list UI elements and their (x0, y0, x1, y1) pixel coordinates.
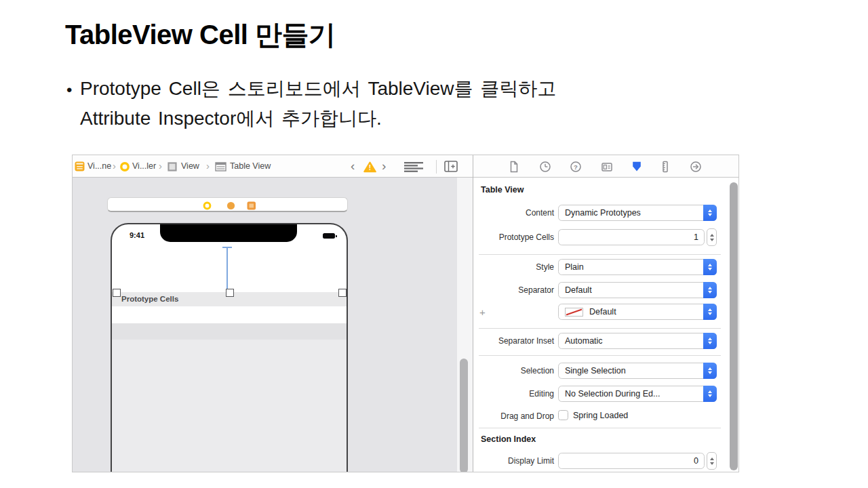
svg-text:?: ? (574, 163, 578, 171)
iphone-mockup[interactable]: 9:41 Prototype Cells (111, 223, 348, 472)
popup-arrows-icon (703, 205, 717, 221)
popup-arrows-icon (703, 386, 717, 402)
add-editor-icon[interactable] (444, 161, 458, 175)
separator-popup[interactable]: Default (558, 282, 717, 298)
history-inspector-icon[interactable] (539, 161, 551, 176)
breadcrumb-viewcontroller[interactable]: Vi...ler (132, 161, 156, 171)
first-responder-icon[interactable] (226, 201, 235, 213)
viewcontroller-icon (119, 161, 130, 175)
phone-notch (160, 224, 297, 242)
separator-inset-popup[interactable]: Automatic (558, 333, 717, 349)
size-inspector-icon[interactable] (659, 161, 671, 176)
breadcrumb-tableview[interactable]: Table View (230, 161, 271, 171)
editing-popup-value: No Selection During Ed... (559, 389, 716, 399)
slide: TableView Cell 만들기 • Prototype Cell은 스토리… (0, 0, 868, 488)
constraint-line (226, 247, 228, 289)
canvas-scrollbar[interactable] (460, 359, 468, 472)
group-divider (479, 328, 721, 329)
separator-color-swatch (565, 308, 583, 317)
style-label: Style (473, 262, 554, 272)
group-divider (479, 428, 721, 428)
breadcrumb-scene[interactable]: Vi...ne (87, 161, 111, 171)
group-divider (479, 254, 721, 255)
add-attribute-button[interactable]: + (479, 306, 486, 318)
storyboard-canvas[interactable]: 9:41 Prototype Cells (73, 178, 473, 472)
group-divider (479, 355, 721, 356)
breadcrumb-chevron-icon: › (113, 160, 116, 171)
xcode-screenshot: Vi...ne › Vi...ler › View › Table View ‹… (72, 155, 739, 472)
selection-handle-center[interactable] (226, 289, 234, 297)
display-limit-stepper[interactable] (707, 452, 717, 470)
storyboard-icon (75, 161, 85, 174)
popup-arrows-icon (703, 282, 717, 298)
prototype-cells-stepper[interactable] (707, 228, 717, 246)
prototype-cells-label: Prototype Cells (473, 232, 554, 242)
battery-cap-icon (336, 235, 337, 237)
breadcrumb-view[interactable]: View (181, 161, 199, 171)
svg-text:!: ! (369, 164, 371, 171)
separator-inset-label: Separator Inset (473, 336, 554, 346)
viewcontroller-dock-icon[interactable] (203, 201, 212, 213)
popup-arrows-icon (703, 259, 717, 275)
content-popup[interactable]: Dynamic Prototypes (558, 205, 717, 221)
separator-color-popup[interactable]: Default (558, 304, 717, 320)
content-label: Content (473, 208, 554, 218)
popup-arrows-icon (703, 304, 717, 320)
separator-popup-value: Default (559, 285, 716, 295)
table-footer-band (112, 323, 347, 340)
editing-popup[interactable]: No Selection During Ed... (558, 386, 717, 402)
exit-icon[interactable] (247, 201, 256, 213)
identity-inspector-icon[interactable] (601, 161, 613, 176)
separator-inset-value: Automatic (559, 336, 716, 346)
separator-color-value: Default (583, 307, 716, 317)
separator-label: Separator (473, 285, 554, 295)
spring-loaded-checkbox[interactable] (558, 410, 568, 420)
table-section-header-label: Prototype Cells (121, 292, 178, 306)
selection-label: Selection (473, 366, 554, 375)
scene-dock (107, 197, 348, 212)
toolbar-divider (436, 160, 437, 174)
bullet-text-line1: Prototype Cell은 스토리보드에서 TableView를 클릭하고 (80, 76, 556, 102)
popup-arrows-icon (703, 333, 717, 349)
file-inspector-icon[interactable] (508, 161, 520, 176)
inspector-section-title: Table View (481, 185, 524, 195)
nav-back-icon[interactable]: ‹ (351, 159, 355, 174)
attributes-inspector-icon[interactable] (631, 161, 643, 176)
selection-popup-value: Single Selection (559, 366, 716, 375)
document-items-icon[interactable] (404, 161, 425, 175)
quick-help-inspector-icon[interactable]: ? (570, 161, 582, 176)
breadcrumb-chevron-icon: › (159, 160, 162, 171)
selection-popup[interactable]: Single Selection (558, 363, 717, 379)
selection-handle-right[interactable] (338, 289, 347, 297)
content-popup-value: Dynamic Prototypes (559, 208, 716, 218)
spring-loaded-label: Spring Loaded (573, 411, 628, 420)
table-background-area (112, 340, 347, 472)
warning-icon[interactable]: ! (363, 161, 376, 176)
attributes-inspector-panel: Table View Content Dynamic Prototypes Pr… (473, 178, 739, 472)
connections-inspector-icon[interactable] (690, 161, 702, 176)
inspector-scrollbar[interactable] (730, 182, 738, 470)
bullet-text-line2: Attribute Inspector에서 추가합니다. (80, 106, 382, 131)
drag-and-drop-label: Drag and Drop (473, 411, 554, 421)
breadcrumb-chevron-icon: › (206, 160, 210, 171)
xcode-topbar: Vi...ne › Vi...ler › View › Table View ‹… (73, 155, 738, 178)
nav-forward-icon[interactable]: › (382, 159, 386, 174)
tableview-icon (215, 162, 226, 174)
display-limit-field[interactable]: 0 (558, 453, 705, 469)
display-limit-label: Display Limit (473, 456, 554, 466)
prototype-cells-field[interactable]: 1 (558, 229, 705, 245)
selection-handle-left[interactable] (113, 289, 121, 297)
section-index-title: Section Index (481, 434, 536, 444)
battery-icon (323, 233, 335, 239)
page-title: TableView Cell 만들기 (65, 16, 336, 54)
status-bar-time: 9:41 (130, 231, 144, 239)
style-popup[interactable]: Plain (558, 259, 717, 275)
view-icon (167, 162, 177, 174)
bullet-icon: • (66, 81, 72, 100)
editing-label: Editing (473, 389, 554, 399)
popup-arrows-icon (703, 363, 717, 379)
style-popup-value: Plain (559, 262, 716, 272)
